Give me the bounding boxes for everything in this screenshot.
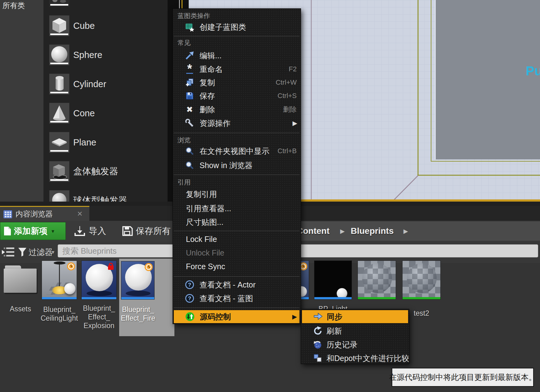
- asset-thumb-blueprint-ceilinglight[interactable]: [42, 261, 77, 300]
- shortcut-label: 删除: [283, 105, 297, 114]
- asset-folder-assets[interactable]: [4, 265, 37, 294]
- asset-type-bar: [42, 297, 77, 299]
- submenu-item-sync[interactable]: 同步: [302, 310, 408, 323]
- magnifier-icon: [185, 160, 195, 170]
- asset-type-bar: [403, 297, 440, 299]
- filter-funnel-icon[interactable]: [18, 247, 27, 257]
- menu-item-lock-file[interactable]: Lock File: [173, 233, 300, 246]
- new-page-icon: [3, 226, 11, 236]
- menu-item-reference-viewer[interactable]: 引用查看器...: [173, 202, 300, 215]
- list-item-sphere-trigger[interactable]: 球体型触发器: [43, 190, 168, 202]
- svg-text:?: ?: [188, 296, 191, 301]
- all-classes-label: 所有类: [2, 1, 25, 11]
- menu-item-show-in-folder[interactable]: 在文件夹视图中显示 Ctrl+B: [173, 145, 300, 158]
- list-item[interactable]: [43, 0, 168, 7]
- menu-item-copy-reference[interactable]: 复制引用: [173, 188, 300, 201]
- submenu-item-refresh[interactable]: 刷新: [302, 324, 408, 337]
- asset-label[interactable]: Assets: [2, 305, 39, 313]
- clock-badge-icon: [144, 263, 153, 271]
- submenu-item-history[interactable]: 历史记录: [302, 338, 408, 351]
- cone-icon: [49, 103, 70, 124]
- asset-thumb-bp-light[interactable]: [314, 261, 352, 300]
- list-item-plane[interactable]: Plane: [43, 132, 168, 153]
- menu-item-source-control[interactable]: 源码控制 ▶: [173, 310, 300, 323]
- asset-thumb-test2[interactable]: [402, 261, 441, 300]
- list-item-box-trigger[interactable]: 盒体触发器: [43, 161, 168, 182]
- duplicate-icon: [185, 78, 195, 87]
- asset-label[interactable]: Blueprint_CeilingLight: [39, 305, 79, 323]
- menu-item-show-in-explorer[interactable]: Show in 浏览器: [173, 159, 300, 172]
- class-label: 盒体触发器: [73, 165, 118, 178]
- tab-content-browser[interactable]: 内容浏览器 ✕: [0, 206, 89, 221]
- list-item-cone[interactable]: Cone: [43, 103, 168, 124]
- menu-section-header: 浏览: [178, 136, 191, 145]
- list-item-cylinder[interactable]: Cylinder: [43, 74, 168, 95]
- menu-item-rename[interactable]: * 重命名 F2: [173, 63, 300, 76]
- menu-item-force-sync[interactable]: Force Sync: [173, 260, 300, 273]
- menu-item-save[interactable]: 保存 Ctrl+S: [173, 89, 300, 102]
- add-new-label: 添加新项: [14, 225, 47, 237]
- submenu-item-diff-against-depot[interactable]: 和Depot中文件进行比较: [302, 352, 408, 365]
- sphere-trigger-icon: [49, 190, 70, 202]
- menu-item-duplicate[interactable]: 复制 Ctrl+W: [173, 76, 300, 89]
- diff-files-icon: [313, 353, 323, 363]
- menu-section-header: 常见: [178, 38, 191, 47]
- list-item-cube[interactable]: Cube: [43, 15, 168, 36]
- menu-item-delete[interactable]: ✖ 删除 删除: [173, 103, 300, 116]
- source-control-icon: [185, 312, 195, 322]
- placeable-class-list[interactable]: Cube Sphere Cylinder Cone: [43, 0, 168, 202]
- menu-item-create-child-blueprint[interactable]: 创建子蓝图类: [173, 20, 300, 33]
- asset-label[interactable]: Blueprint_Effect_Fire: [119, 305, 158, 323]
- list-item-sphere[interactable]: Sphere: [43, 44, 168, 65]
- asset-thumb-sphere-material[interactable]: [358, 261, 396, 300]
- class-thumbnail: [49, 0, 70, 7]
- plane-icon: [49, 132, 70, 153]
- save-all-button[interactable]: 保存所有: [122, 222, 171, 240]
- asset-type-bar: [358, 297, 396, 299]
- menu-item-edit[interactable]: 编辑...: [173, 49, 300, 62]
- filter-label[interactable]: 过滤器: [29, 247, 53, 258]
- class-label: Cube: [73, 21, 95, 31]
- breadcrumb-item-blueprints[interactable]: Blueprints: [351, 226, 394, 236]
- menu-item-view-doc-actor[interactable]: ? 查看文档 - Actor: [173, 278, 300, 291]
- box-trigger-icon: [49, 161, 70, 182]
- asset-type-bar: [121, 297, 154, 299]
- menu-item-size-map[interactable]: 尺寸贴图...: [173, 216, 300, 229]
- sync-tooltip: 在源代码控制中将此项目更新到最新版本。: [392, 368, 534, 387]
- lamp-rod: [59, 263, 60, 287]
- asset-thumb-blueprint-effect-explosion[interactable]: [81, 261, 117, 300]
- classes-sidebar: 所有类: [0, 0, 43, 202]
- sources-panel-toggle-icon[interactable]: [1, 246, 16, 259]
- breadcrumb-item-content[interactable]: Content: [297, 226, 330, 236]
- sphere-icon: [49, 44, 70, 65]
- class-label: Cylinder: [73, 79, 106, 89]
- shortcut-label: F2: [289, 65, 297, 73]
- menu-separator: [174, 231, 299, 231]
- magnifier-icon: [185, 146, 195, 156]
- asset-type-bar: [82, 297, 116, 299]
- edit-icon: [185, 51, 195, 60]
- asset-thumb-blueprint-effect-fire[interactable]: [121, 261, 155, 300]
- menu-separator: [174, 175, 299, 175]
- clock-badge-icon: [67, 262, 75, 271]
- lock-badge-icon: [106, 262, 115, 271]
- menu-item-asset-actions[interactable]: 资源操作 ▶: [173, 117, 300, 130]
- close-icon[interactable]: ✕: [77, 210, 83, 218]
- import-button[interactable]: 导入: [74, 222, 106, 240]
- import-icon: [74, 225, 86, 237]
- breadcrumb-arrow-icon[interactable]: ▶: [403, 228, 408, 235]
- wrench-icon: [185, 118, 195, 128]
- menu-separator: [174, 276, 299, 277]
- add-new-button[interactable]: 添加新项 ▼: [0, 222, 66, 240]
- menu-separator: [174, 133, 299, 133]
- save-all-icon: [122, 225, 133, 237]
- save-all-label: 保存所有: [136, 225, 171, 237]
- menu-item-view-doc-blueprint[interactable]: ? 查看文档 - 蓝图: [173, 292, 300, 305]
- breadcrumb-arrow-icon[interactable]: ▶: [340, 228, 345, 235]
- source-control-submenu: 同步 刷新 历史记录 和Depot中文件进行比较: [301, 309, 409, 364]
- asset-label[interactable]: Blueprint_Effect_Explosion: [79, 304, 119, 330]
- filter-chevron-down-icon[interactable]: ▼: [51, 250, 55, 255]
- delete-x-icon: ✖: [185, 105, 195, 114]
- cylinder-icon: [49, 74, 70, 95]
- class-label: Cone: [73, 108, 95, 118]
